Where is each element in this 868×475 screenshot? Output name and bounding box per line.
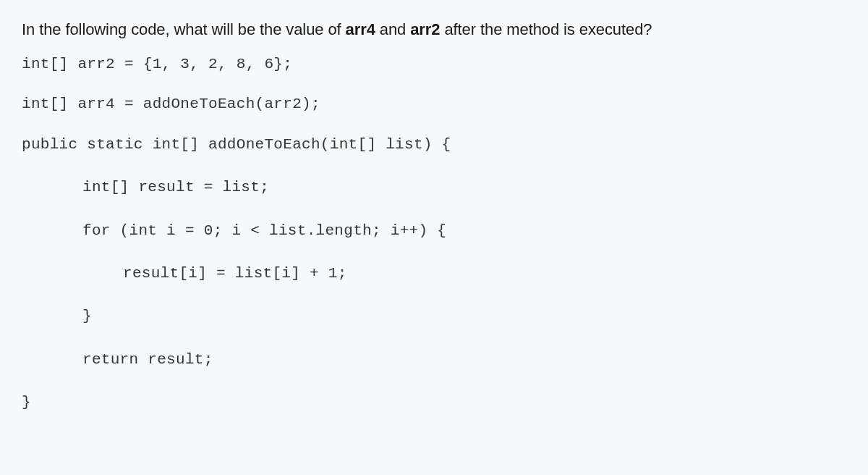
question-text: In the following code, what will be the … xyxy=(22,20,846,39)
code-line-2: int[] arr4 = addOneToEach(arr2); xyxy=(22,93,846,114)
code-line-5: for (int i = 0; i < list.length; i++) { xyxy=(22,220,846,241)
question-bold-arr2: arr2 xyxy=(410,20,440,38)
code-line-8: return result; xyxy=(22,349,846,370)
question-suffix: after the method is executed? xyxy=(440,20,652,38)
code-line-6: result[i] = list[i] + 1; xyxy=(22,263,846,284)
question-prefix: In the following code, what will be the … xyxy=(22,20,346,38)
code-line-9: } xyxy=(22,392,846,413)
code-line-4: int[] result = list; xyxy=(22,177,846,198)
code-block: int[] arr2 = {1, 3, 2, 8, 6}; int[] arr4… xyxy=(22,54,846,413)
code-line-7: } xyxy=(22,306,846,327)
code-line-3: public static int[] addOneToEach(int[] l… xyxy=(22,134,846,155)
code-line-1: int[] arr2 = {1, 3, 2, 8, 6}; xyxy=(22,54,846,75)
question-bold-arr4: arr4 xyxy=(346,20,375,38)
question-mid: and xyxy=(375,20,410,38)
